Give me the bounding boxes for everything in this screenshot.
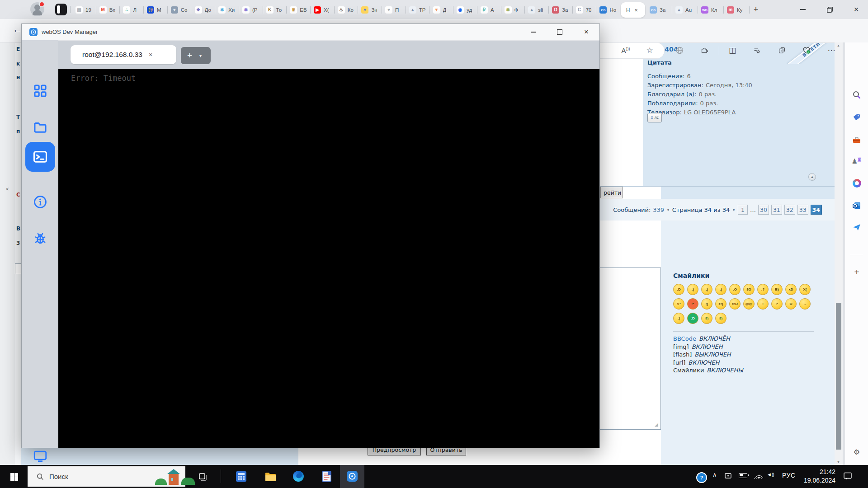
task-view-button[interactable] (197, 471, 209, 483)
smiley-sad[interactable]: :( (715, 284, 726, 295)
smiley-geek[interactable]: 8) (701, 313, 712, 324)
outlook-icon[interactable] (849, 198, 864, 213)
browser-tab[interactable]: Н× (621, 2, 645, 18)
taskbar-search-box[interactable]: Поиск (28, 466, 185, 487)
back-button[interactable]: ← (13, 24, 22, 35)
tools-icon[interactable] (849, 133, 864, 147)
smiley-arrow[interactable]: → (799, 298, 811, 310)
sidebar-item-terminal[interactable] (25, 142, 55, 172)
smiley-smile[interactable]: :) (687, 284, 698, 295)
extensions-icon[interactable] (697, 42, 712, 58)
sidebar-item-info[interactable] (32, 194, 48, 210)
profile-avatar[interactable] (30, 2, 44, 16)
page-number-30[interactable]: 30 (758, 205, 769, 215)
page-scrollbar-thumb[interactable] (836, 303, 841, 450)
tab-actions-icon[interactable] (774, 42, 789, 58)
session-tab-close-icon[interactable]: × (149, 51, 152, 58)
page-number-31[interactable]: 31 (771, 205, 782, 215)
textarea-resize-handle[interactable]: ◢ (655, 422, 658, 427)
tray-expand-chevron-icon[interactable]: ∧ (712, 471, 717, 478)
smiley-wink[interactable]: ;) (701, 284, 712, 295)
smiley-eek[interactable]: 8O (743, 284, 755, 295)
smiley-cool[interactable]: B) (771, 284, 783, 295)
microsoft-365-icon[interactable] (849, 176, 864, 190)
browser-tab[interactable]: ✽(Р (239, 3, 263, 17)
help-tray-icon[interactable]: ? (696, 472, 707, 483)
browser-tab[interactable]: ❖До (192, 3, 216, 17)
scroll-down-arrow[interactable]: ▼ (837, 460, 840, 464)
split-screen-icon[interactable]: ◫ (725, 42, 740, 58)
language-indicator[interactable]: РУС (782, 472, 796, 479)
notepad-app-icon[interactable] (321, 470, 332, 483)
smiley-mad[interactable]: X( (799, 284, 811, 295)
add-sidebar-item-icon[interactable]: + (849, 265, 864, 279)
collections-icon[interactable] (749, 42, 764, 58)
terminal-view[interactable]: Error: Timeout (58, 69, 599, 448)
browser-tab[interactable]: WBКл (698, 3, 724, 17)
smiley-question[interactable]: ? (771, 298, 783, 310)
smiley-mrgreen[interactable]: :D (687, 313, 698, 324)
favorites-star-icon[interactable]: ☆ (642, 42, 657, 58)
browser-tab[interactable]: mКу (724, 3, 750, 17)
new-session-button[interactable]: + ▾ (181, 47, 211, 64)
smiley-twisted[interactable]: >:) (715, 298, 726, 310)
smiley-lol[interactable]: xD (785, 284, 797, 295)
browser-tab[interactable]: ♥П (382, 3, 406, 17)
clock[interactable]: 21:42 19.06.2024 (799, 468, 835, 485)
browser-tab[interactable]: ₽А (477, 3, 501, 17)
browser-essentials-icon[interactable] (799, 42, 814, 58)
session-tab[interactable]: root@192.168.0.33 × (71, 45, 176, 64)
sidebar-item-display[interactable] (32, 448, 48, 464)
browser-tab[interactable]: ▾Со (168, 3, 192, 17)
webos-close-button[interactable]: × (575, 24, 598, 40)
workspaces-icon[interactable] (55, 4, 67, 15)
browser-tab[interactable]: C70 (573, 3, 597, 17)
smiley-razz[interactable]: :P (673, 298, 684, 310)
sidebar-item-debug[interactable] (32, 230, 48, 247)
file-explorer-icon[interactable] (264, 471, 276, 482)
new-tab-button[interactable]: + (750, 4, 761, 15)
edge-browser-icon[interactable] (292, 470, 304, 482)
browser-tab[interactable]: DЗа (549, 3, 573, 17)
scroll-up-arrow[interactable]: ▲ (837, 44, 840, 47)
smiley-neutral[interactable]: :| (673, 313, 684, 324)
browser-tab[interactable]: ▲Аu (672, 3, 698, 17)
battery-tray-icon[interactable] (739, 473, 747, 478)
browser-tab[interactable]: OSЗа (646, 3, 672, 17)
start-button[interactable] (6, 469, 22, 484)
smiley-evil[interactable]: >:D (729, 298, 741, 310)
browser-tab[interactable]: ♛ЕВ (287, 3, 311, 17)
window-restore-button[interactable] (819, 0, 840, 19)
browser-tab[interactable]: OSНо (596, 3, 620, 17)
browser-tab[interactable]: ♥Зн (358, 3, 382, 17)
window-close-button[interactable]: × (846, 0, 867, 19)
wifi-tray-icon[interactable] (754, 473, 763, 479)
browser-tab[interactable]: KТо (263, 3, 287, 17)
smiley-grin[interactable]: :D (673, 284, 684, 295)
go-button[interactable]: рейти (600, 187, 623, 198)
smiley-idea[interactable]: ʘ (785, 298, 797, 310)
browser-tab[interactable]: ✱Хи (215, 3, 239, 17)
cast-tray-icon[interactable] (724, 473, 732, 479)
post-top-icon[interactable]: ▲ (808, 173, 816, 181)
browser-tab[interactable]: ▶Х( (311, 3, 335, 17)
smiley-oops[interactable]: :* (687, 298, 698, 310)
page-number-34[interactable]: 34 (811, 205, 822, 215)
webos-title-bar[interactable]: webOS Dev Manager × (22, 24, 599, 41)
sidebar-item-apps[interactable] (32, 83, 48, 99)
browser-tab[interactable]: @М (144, 3, 168, 17)
calculator-app-icon[interactable] (236, 471, 247, 482)
webos-maximize-button[interactable] (548, 24, 571, 40)
browser-tab[interactable]: ▲sli (525, 3, 549, 17)
private-message-button[interactable]: лс (647, 113, 662, 122)
search-icon[interactable] (849, 88, 864, 102)
smiley-cry[interactable]: ;( (701, 298, 712, 310)
smiley-rolleyes[interactable]: @@ (743, 298, 755, 310)
translate-icon[interactable] (672, 42, 687, 58)
smiley-exclaim[interactable]: ! (757, 298, 769, 310)
sidebar-collapse-chevron[interactable]: < (6, 186, 9, 192)
tab-close-icon[interactable]: × (634, 7, 638, 14)
sidebar-settings-icon[interactable]: ⚙ (849, 445, 864, 459)
window-minimize-button[interactable] (793, 0, 813, 19)
drop-icon[interactable] (849, 220, 864, 235)
